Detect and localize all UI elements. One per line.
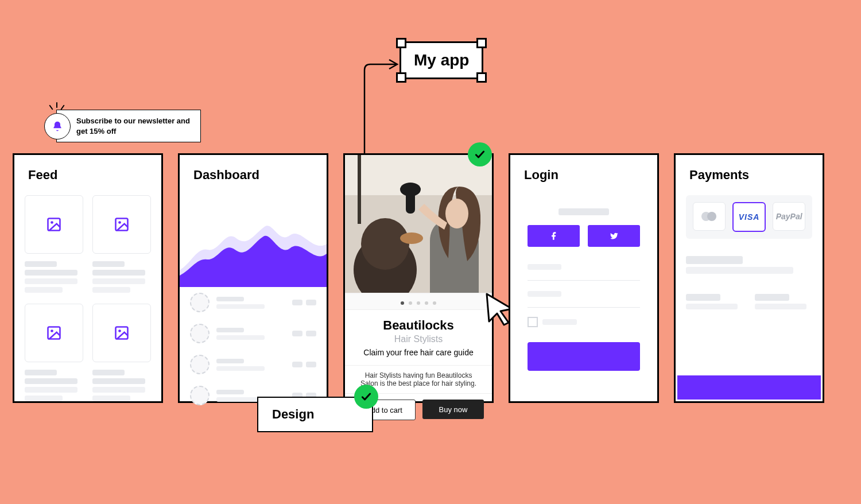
image-placeholder-icon <box>46 216 62 232</box>
svg-point-15 <box>400 183 421 196</box>
screen-feed[interactable]: Feed <box>13 153 163 403</box>
checkmark-badge <box>354 385 378 409</box>
image-placeholder-icon <box>114 325 130 341</box>
mastercard-icon <box>699 211 719 222</box>
avatar-placeholder <box>190 293 210 312</box>
buy-now-button[interactable]: Buy now <box>422 400 484 419</box>
social-login-facebook[interactable] <box>528 225 580 247</box>
payment-visa[interactable]: VISA <box>732 202 766 232</box>
screen-title: Login <box>510 155 657 195</box>
product-hero-image <box>345 155 492 293</box>
svg-point-5 <box>51 329 53 332</box>
payment-paypal[interactable]: PayPal <box>773 202 805 231</box>
image-placeholder-icon <box>46 325 62 341</box>
attention-rays-icon <box>48 101 65 113</box>
screen-title: Dashboard <box>180 155 327 195</box>
twitter-icon <box>610 231 619 241</box>
svg-point-7 <box>118 329 121 332</box>
svg-point-1 <box>51 221 53 224</box>
selection-my-app[interactable]: My app <box>400 41 483 79</box>
dot[interactable] <box>401 301 404 305</box>
screen-login[interactable]: Login <box>509 153 659 403</box>
paypal-label: PayPal <box>776 212 802 221</box>
list-item[interactable] <box>190 287 316 318</box>
dot[interactable] <box>409 301 412 305</box>
screen-title: Payments <box>676 155 823 195</box>
svg-rect-10 <box>358 155 361 224</box>
feed-item[interactable] <box>92 195 151 254</box>
resize-handle-br[interactable] <box>476 72 487 83</box>
payment-mastercard[interactable] <box>693 202 726 231</box>
screen-title: Feed <box>14 155 161 195</box>
social-login-twitter[interactable] <box>588 225 640 247</box>
design-label-text: Design <box>272 407 314 421</box>
product-title: Beautilocks <box>345 318 492 333</box>
list-item[interactable] <box>190 318 316 349</box>
payments-footer-bar[interactable] <box>677 375 821 400</box>
list-item[interactable] <box>190 349 316 380</box>
resize-handle-tr[interactable] <box>476 38 487 48</box>
svg-point-18 <box>707 212 716 221</box>
avatar-placeholder <box>190 324 210 343</box>
product-subtitle: Hair Stylists <box>345 334 492 344</box>
screen-dashboard[interactable]: Dashboard <box>178 153 328 403</box>
notification-bubble[interactable]: Subscribe to our newsletter and get 15% … <box>56 110 201 142</box>
svg-point-3 <box>118 221 121 224</box>
checkmark-badge <box>468 142 492 166</box>
product-tagline: Claim your free hair care guide <box>345 348 492 357</box>
screen-payments[interactable]: Payments VISA PayPal <box>674 153 824 403</box>
connector-arrow <box>356 57 408 155</box>
screen-product[interactable]: Beautilocks Hair Stylists Claim your fre… <box>343 153 494 403</box>
input-field[interactable] <box>528 254 640 281</box>
feed-item[interactable] <box>92 304 151 362</box>
facebook-icon <box>549 231 559 241</box>
visa-label: VISA <box>739 212 760 222</box>
selection-label: My app <box>414 51 469 69</box>
notification-text: Subscribe to our newsletter and get 15% … <box>76 116 191 136</box>
feed-item[interactable] <box>25 195 83 254</box>
svg-point-13 <box>445 199 468 228</box>
dashboard-chart <box>180 195 327 287</box>
svg-point-16 <box>400 232 423 244</box>
avatar-placeholder <box>190 386 210 405</box>
avatar-placeholder <box>190 355 210 374</box>
canvas: My app Feed <box>0 0 861 504</box>
dot[interactable] <box>417 301 420 305</box>
svg-point-12 <box>361 218 409 270</box>
dot[interactable] <box>425 301 428 305</box>
bell-icon <box>44 113 71 139</box>
carousel-dots[interactable] <box>345 293 492 310</box>
resize-handle-tl[interactable] <box>396 38 406 48</box>
input-field[interactable] <box>528 281 640 308</box>
remember-checkbox[interactable] <box>528 317 538 327</box>
dot[interactable] <box>433 301 436 305</box>
image-placeholder-icon <box>114 216 130 232</box>
feed-item[interactable] <box>25 304 83 362</box>
payment-methods: VISA PayPal <box>686 195 812 239</box>
login-submit-button[interactable] <box>528 342 640 371</box>
